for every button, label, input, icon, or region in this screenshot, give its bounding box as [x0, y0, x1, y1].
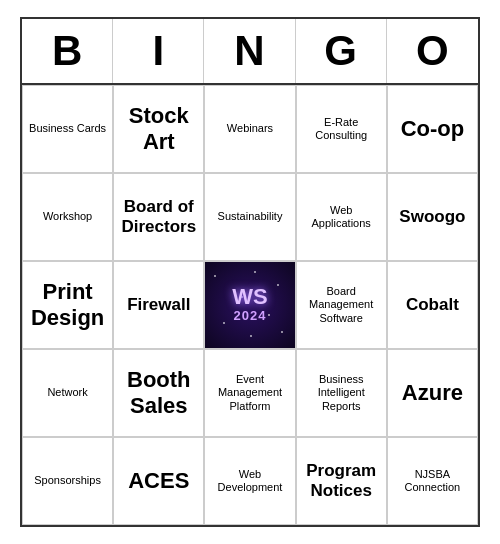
bingo-cell-r2c1[interactable]: Workshop	[22, 173, 113, 261]
bingo-cell-r3c5[interactable]: Cobalt	[387, 261, 478, 349]
bingo-card: BINGO Business CardsStock ArtWebinarsE-R…	[20, 17, 480, 527]
header-letter-n: N	[204, 19, 295, 83]
bingo-cell-r5c1[interactable]: Sponsorships	[22, 437, 113, 525]
ws-logo: WS	[232, 286, 267, 308]
cell-text-r2c4: Web Applications	[301, 204, 382, 230]
cell-text-r1c5: Co-op	[401, 116, 465, 142]
bingo-cell-r5c2[interactable]: ACES	[113, 437, 204, 525]
bingo-cell-r3c4[interactable]: Board Management Software	[296, 261, 387, 349]
bingo-cell-r2c5[interactable]: Swoogo	[387, 173, 478, 261]
cell-text-r1c2: Stock Art	[118, 103, 199, 156]
free-space-inner: WS 2024	[205, 262, 294, 348]
bingo-cell-r1c3[interactable]: Webinars	[204, 85, 295, 173]
bingo-grid: Business CardsStock ArtWebinarsE-Rate Co…	[22, 85, 478, 525]
cell-text-r4c4: Business Intelligent Reports	[301, 373, 382, 413]
cell-text-r1c4: E-Rate Consulting	[301, 116, 382, 142]
bingo-cell-r2c3[interactable]: Sustainability	[204, 173, 295, 261]
ws-year: 2024	[234, 308, 267, 324]
bingo-cell-r1c5[interactable]: Co-op	[387, 85, 478, 173]
bingo-cell-r4c5[interactable]: Azure	[387, 349, 478, 437]
bingo-cell-r3c1[interactable]: Print Design	[22, 261, 113, 349]
cell-text-r1c1: Business Cards	[29, 122, 106, 135]
cell-text-r4c1: Network	[47, 386, 87, 399]
bingo-cell-r2c2[interactable]: Board of Directors	[113, 173, 204, 261]
bingo-cell-r5c3[interactable]: Web Development	[204, 437, 295, 525]
bingo-cell-r2c4[interactable]: Web Applications	[296, 173, 387, 261]
cell-text-r4c5: Azure	[402, 380, 463, 406]
header-letter-i: I	[113, 19, 204, 83]
bingo-header: BINGO	[22, 19, 478, 85]
cell-text-r4c3: Event Management Platform	[209, 373, 290, 413]
bingo-cell-r1c2[interactable]: Stock Art	[113, 85, 204, 173]
bingo-cell-r1c4[interactable]: E-Rate Consulting	[296, 85, 387, 173]
cell-text-r5c2: ACES	[128, 468, 189, 494]
cell-text-r2c2: Board of Directors	[118, 197, 199, 238]
bingo-cell-r5c4[interactable]: Program Notices	[296, 437, 387, 525]
cell-text-r5c3: Web Development	[209, 468, 290, 494]
cell-text-r2c5: Swoogo	[399, 207, 465, 227]
header-letter-g: G	[296, 19, 387, 83]
bingo-cell-r1c1[interactable]: Business Cards	[22, 85, 113, 173]
bingo-cell-r4c1[interactable]: Network	[22, 349, 113, 437]
cell-text-r2c3: Sustainability	[218, 210, 283, 223]
cell-text-r3c1: Print Design	[27, 279, 108, 332]
cell-text-r5c5: NJSBA Connection	[392, 468, 473, 494]
cell-text-r3c2: Firewall	[127, 295, 190, 315]
bingo-cell-r3c2[interactable]: Firewall	[113, 261, 204, 349]
cell-text-r2c1: Workshop	[43, 210, 92, 223]
cell-text-r5c4: Program Notices	[301, 461, 382, 502]
bingo-cell-r4c4[interactable]: Business Intelligent Reports	[296, 349, 387, 437]
cell-text-r5c1: Sponsorships	[34, 474, 101, 487]
header-letter-b: B	[22, 19, 113, 83]
bingo-cell-r3c3[interactable]: WS 2024	[204, 261, 295, 349]
header-letter-o: O	[387, 19, 478, 83]
cell-text-r4c2: Booth Sales	[118, 367, 199, 420]
cell-text-r3c4: Board Management Software	[301, 285, 382, 325]
cell-text-r3c5: Cobalt	[406, 295, 459, 315]
cell-text-r1c3: Webinars	[227, 122, 273, 135]
free-space-badge: WS 2024	[232, 286, 267, 324]
bingo-cell-r4c2[interactable]: Booth Sales	[113, 349, 204, 437]
bingo-cell-r5c5[interactable]: NJSBA Connection	[387, 437, 478, 525]
bingo-cell-r4c3[interactable]: Event Management Platform	[204, 349, 295, 437]
